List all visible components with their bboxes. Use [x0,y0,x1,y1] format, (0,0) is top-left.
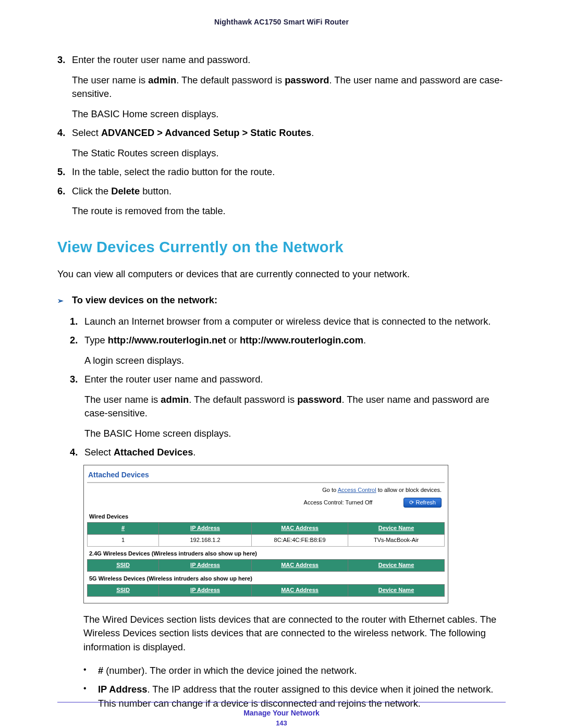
step-body: Type http://www.routerlogin.net or http:… [84,334,366,367]
wired-devices-table: # IP Address MAC Address Device Name 1 1… [87,522,445,547]
list-item: 6. Click the Delete button. The route is… [57,184,506,218]
bold-text: admin [148,75,176,85]
list-item: 4. Select Attached Devices. [70,446,506,460]
wireless-24g-label: 2.4G Wireless Devices (Wireless intruder… [89,550,445,558]
bold-text: # [98,665,103,676]
text: . The default password is [176,75,285,85]
bold-text: Delete [111,186,140,196]
refresh-label: Refresh [415,499,436,505]
cell-device-name: TVs-MacBook-Air [348,534,445,546]
cell-number: 1 [88,534,159,546]
text: The route is removed from the table. [72,204,226,218]
refresh-button[interactable]: ⟳ Refresh [403,498,442,508]
list-item: 5. In the table, select the radio button… [57,165,506,179]
text: Type [84,335,108,346]
text: The user name is admin. The default pass… [84,393,506,421]
text: Click the Delete button. [72,184,226,199]
panel-title: Attached Devices [87,470,445,482]
attached-devices-screenshot: Attached Devices Go to Access Control to… [83,465,448,603]
text: The BASIC Home screen displays. [84,427,506,441]
page-number: 143 [0,719,563,727]
text: The user name is admin. The default pass… [72,73,506,101]
bold-text: IP Address [98,684,148,695]
step-number: 6. [57,184,72,218]
col-ssid[interactable]: SSID [88,559,159,571]
col-ip[interactable]: IP Address [159,559,252,571]
bold-text: ADVANCED > Advanced Setup > Static Route… [101,127,311,138]
text: . [193,447,195,458]
list-item: 1. Launch an Internet browser from a com… [70,315,506,329]
step-number: 5. [57,165,72,179]
bullet-text: # (number). The order in which the devic… [98,664,357,678]
col-number[interactable]: # [88,523,159,535]
step-number: 4. [57,126,72,160]
cell-ip: 192.168.1.2 [159,534,252,546]
list-item: • # (number). The order in which the dev… [83,664,506,678]
wireless-24g-table: SSID IP Address MAC Address Device Name [87,559,445,572]
step-body: Enter the router user name and password.… [72,53,506,121]
access-control-link[interactable]: Access Control [338,487,376,493]
footer-title: Manage Your Network [0,709,563,717]
col-mac[interactable]: MAC Address [252,523,348,535]
text: The user name is [72,75,148,85]
access-control-hint: Go to Access Control to allow or block d… [87,486,442,495]
step-number: 4. [70,446,84,460]
text: The BASIC Home screen displays. [72,107,506,121]
text: Select Attached Devices. [84,446,195,460]
step-body: Select ADVANCED > Advanced Setup > Stati… [72,126,314,160]
text: Launch an Internet browser from a comput… [84,315,491,329]
bullet-icon: • [83,664,98,678]
list-item: 3. Enter the router user name and passwo… [57,53,506,121]
page: Nighthawk AC1750 Smart WiFi Router 3. En… [0,0,563,728]
text: . [363,335,366,346]
refresh-icon: ⟳ [409,499,414,505]
table-header-row: SSID IP Address MAC Address Device Name [88,584,445,596]
bold-text: http://www.routerlogin.net [108,335,226,346]
steps-list-a: 3. Enter the router user name and passwo… [57,53,506,218]
body-content: 3. Enter the router user name and passwo… [57,53,506,710]
page-footer: Manage Your Network 143 [0,702,563,727]
text: (number). The order in which the device … [103,665,357,676]
step-number: 3. [70,373,84,440]
table-header-row: SSID IP Address MAC Address Device Name [88,559,445,571]
text: button. [140,186,172,196]
col-mac[interactable]: MAC Address [252,584,348,596]
text: Click the [72,186,111,196]
col-ip[interactable]: IP Address [159,523,252,535]
wireless-5g-label: 5G Wireless Devices (Wireless intruders … [89,575,445,583]
col-device-name[interactable]: Device Name [348,523,445,535]
divider [87,482,445,483]
text: Type http://www.routerlogin.net or http:… [84,334,366,348]
step-number: 3. [57,53,72,121]
text: The user name is [84,394,161,405]
list-item: 2. Type http://www.routerlogin.net or ht… [70,334,506,367]
steps-list-b: 1. Launch an Internet browser from a com… [70,315,506,460]
col-ip[interactable]: IP Address [159,584,252,596]
cell-mac: 8C:AE:4C:FE:B8:E9 [252,534,348,546]
col-device-name[interactable]: Device Name [348,584,445,596]
bold-text: admin [161,394,189,405]
text: The Wired Devices section lists devices … [83,613,506,655]
text: A login screen displays. [84,354,366,368]
col-mac[interactable]: MAC Address [252,559,348,571]
text: Select [84,447,114,458]
section-intro: You can view all computers or devices th… [57,267,506,281]
text: Enter the router user name and password. [72,53,506,67]
step-body: Launch an Internet browser from a comput… [84,315,491,329]
text: In the table, select the radio button fo… [72,165,275,179]
col-ssid[interactable]: SSID [88,584,159,596]
access-control-status: Access Control: Turned Off [304,499,373,507]
text: . [311,127,314,138]
task-heading: ➢ To view devices on the network: [57,293,506,307]
text: The Static Routes screen displays. [72,146,314,161]
arrow-icon: ➢ [57,295,72,306]
bold-text: password [297,394,341,405]
step-number: 1. [70,315,84,329]
task-heading-text: To view devices on the network: [72,293,217,307]
table-row: 1 192.168.1.2 8C:AE:4C:FE:B8:E9 TVs-MacB… [88,534,445,546]
text: Go to [322,487,337,493]
step-body: Click the Delete button. The route is re… [72,184,226,218]
col-device-name[interactable]: Device Name [348,559,445,571]
list-item: 3. Enter the router user name and passwo… [70,373,506,440]
step-number: 2. [70,334,84,367]
